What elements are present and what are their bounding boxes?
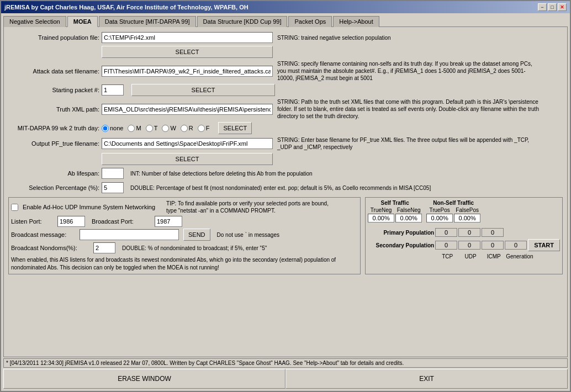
truth-xml-hint: STRING: Path to the truth set XML files … [277,98,542,120]
mit-darpa-label: MIT-DARPA 99 wk 2 truth day: [8,125,99,131]
true-pos-header: TruePos [429,207,450,213]
status-text: * [04/13/2011 12:34:30] jREMISA v1.0 rel… [6,360,404,366]
true-neg-value: 0.00% [368,214,394,223]
radio-r[interactable]: R [181,125,193,132]
tab-packet-ops[interactable]: Packet Ops [288,16,332,27]
starting-packet-input[interactable] [102,84,124,96]
selection-pct-input[interactable] [102,182,124,193]
primary-pop-label: Primary Population [368,230,434,236]
secondary-icmp-value: 0 [482,241,504,250]
non-self-traffic-label: Non-Self Traffic [433,200,474,206]
false-neg-value: 0.00% [395,214,422,223]
secondary-pop-row: Secondary Population 0 0 0 0 START [368,239,560,251]
selection-pct-hint: DOUBLE: Percentage of best fit (most non… [130,184,431,192]
trained-pop-select-row: SELECT [8,46,563,58]
window-title: jREMISA by Capt Charles Haag, USAF, Air … [4,4,249,10]
broadcast-nondoms-hint: DOUBLE: % of nondominated to broadcast; … [122,245,267,252]
radio-none[interactable]: none [102,125,123,132]
tcp-footer-label: TCP [436,253,458,259]
status-bar: * [04/13/2011 12:34:30] jREMISA v1.0 rel… [3,358,568,368]
radio-f[interactable]: F [198,125,210,132]
adhoc-header-row: Enable Ad-Hoc UDP Immune System Networki… [11,200,358,214]
truth-xml-row: Truth XML path: STRING: Path to the trut… [8,98,563,120]
output-select-row: SELECT [8,153,563,165]
attack-hint: STRING: specify filename containing non-… [277,60,542,82]
adhoc-description: When enabled, this AIS listens for and b… [11,256,358,272]
ab-lifespan-row: Ab lifespan: INT: Number of false detect… [8,167,563,179]
true-neg-header: TrueNeg [371,207,392,213]
non-self-traffic-group: Non-Self Traffic TruePos 0.00% FalsePos … [426,200,480,223]
trained-pop-label: Trained population file: [8,34,99,41]
trained-pop-select-button[interactable]: SELECT [102,46,273,58]
trained-pop-row: Trained population file: STRING: trained… [8,31,563,44]
truth-xml-input[interactable] [102,104,273,115]
secondary-gen-value: 0 [505,241,527,250]
send-button[interactable]: SEND [183,229,210,241]
tab-bar: Negative Selection MOEA Data Structure [… [1,13,570,27]
self-traffic-group: Self Traffic TrueNeg 0.00% FalseNeg 0.00… [368,200,422,223]
minimize-button[interactable]: − [538,3,547,11]
stats-headers-row: Self Traffic TrueNeg 0.00% FalseNeg 0.00… [368,200,560,223]
udp-footer-label: UDP [459,253,482,259]
tab-negative-selection[interactable]: Negative Selection [3,16,66,27]
window-controls: − □ ✕ [538,3,567,11]
broadcast-msg-input[interactable] [80,229,179,240]
output-input[interactable] [102,138,273,149]
tab-data-mit[interactable]: Data Structure [MIT-DARPA 99] [99,16,196,27]
radio-t[interactable]: T [146,125,158,132]
true-neg-col: TrueNeg 0.00% [368,207,394,223]
trained-pop-hint: STRING: trained negative selection popul… [277,34,391,41]
start-button[interactable]: START [528,239,560,251]
broadcast-nondoms-input[interactable] [93,242,115,253]
output-label: Output PF_true filename: [8,140,99,147]
listen-port-label: Listen Port: [11,218,55,225]
tab-data-kdd[interactable]: Data Structure [KDD Cup 99] [197,16,288,27]
gen-footer-label: Generation [506,253,532,259]
tab-help[interactable]: Help->About [333,16,379,27]
adhoc-section: Enable Ad-Hoc UDP Immune System Networki… [8,197,361,274]
output-select-button[interactable]: SELECT [102,153,273,165]
false-neg-header: FalseNeg [397,207,421,213]
attack-input[interactable] [102,66,273,77]
self-traffic-label: Self Traffic [381,200,409,206]
output-hint: STRING: Enter base filename for PF_true … [277,136,542,151]
broadcast-nondoms-label: Broadcast Nondoms(%): [11,245,91,251]
secondary-tcp-value: 0 [435,241,457,250]
bottom-section: Enable Ad-Hoc UDP Immune System Networki… [8,197,563,274]
broadcast-port-input[interactable] [155,216,182,227]
ab-lifespan-label: Ab lifespan: [8,170,99,177]
tab-moea[interactable]: MOEA [67,16,98,27]
exit-button[interactable]: EXIT [286,369,568,389]
selection-pct-label: Selection Percentage (%): [8,184,99,191]
radio-m[interactable]: M [128,125,141,132]
listen-port-input[interactable] [57,216,85,227]
adhoc-checkbox-label: Enable Ad-Hoc UDP Immune System Networki… [23,204,155,210]
adhoc-nondoms-row: Broadcast Nondoms(%): DOUBLE: % of nondo… [11,242,358,254]
broadcast-port-label: Broadcast Port: [92,218,152,225]
column-footer-labels: TCP UDP ICMP Generation [436,253,560,259]
attack-row: Attack data set filename: STRING: specif… [8,60,563,82]
truth-day-radio-group: none M T W R F SELECT [102,122,252,134]
adhoc-checkbox[interactable] [11,204,18,211]
primary-tcp-value: 0 [435,228,457,237]
true-pos-value: 0.00% [426,214,453,223]
non-self-traffic-subheaders: TruePos 0.00% FalsePos 0.00% [426,207,480,223]
no-backtick-hint: Do not use ` in messages [217,231,279,239]
maximize-button[interactable]: □ [548,3,557,11]
attack-select-button[interactable]: SELECT [131,84,275,96]
false-pos-value: 0.00% [454,214,480,223]
adhoc-tip: TIP: To find available ports or verify y… [166,200,358,214]
radio-w[interactable]: W [162,125,176,132]
adhoc-msg-row: Broadcast message: SEND Do not use ` in … [11,229,358,241]
main-content: Trained population file: STRING: trained… [3,27,568,357]
footer-buttons: ERASE WINDOW EXIT [3,369,568,389]
starting-packet-label: Starting packet #: [8,87,99,93]
close-button[interactable]: ✕ [558,3,567,11]
erase-window-button[interactable]: ERASE WINDOW [3,369,286,389]
ab-lifespan-input[interactable] [102,168,124,179]
mit-darpa-select-button[interactable]: SELECT [218,122,252,134]
broadcast-msg-label: Broadcast message: [11,231,77,238]
trained-pop-input[interactable] [102,32,273,43]
starting-packet-row: Starting packet #: SELECT [8,84,563,96]
mit-darpa-row: MIT-DARPA 99 wk 2 truth day: none M T W … [8,122,563,134]
